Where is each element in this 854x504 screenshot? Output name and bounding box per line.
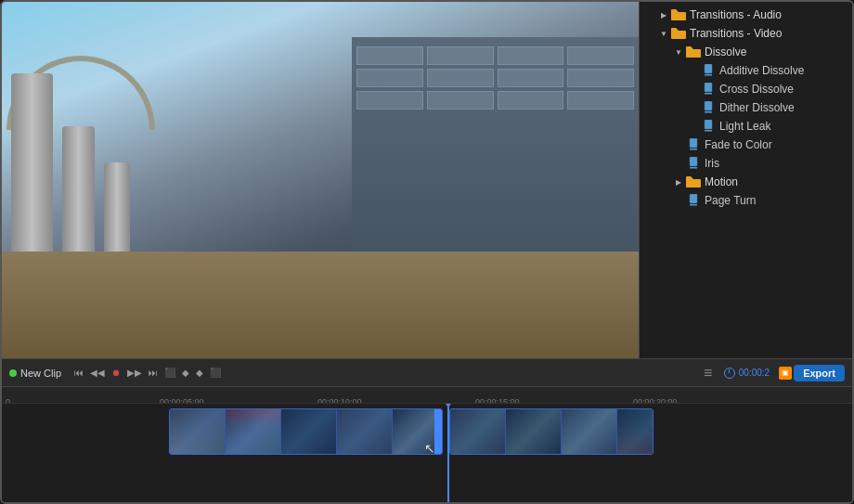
svg-rect-6 xyxy=(705,120,712,129)
effect-doc-icon xyxy=(688,138,701,151)
sidebar-item-label: Page Turn xyxy=(705,194,845,207)
svg-rect-1 xyxy=(705,74,712,76)
ruler-mark-3: 00:00:15:00 xyxy=(475,397,520,405)
export-label: Export xyxy=(803,368,835,379)
sidebar-item-label: Dither Dissolve xyxy=(719,101,845,114)
sidebar-item-light-leak[interactable]: Light Leak xyxy=(640,117,852,136)
svg-rect-4 xyxy=(705,101,712,110)
sidebar-item-label: Fade to Color xyxy=(705,138,845,151)
sidebar-item-dissolve[interactable]: ▼ Dissolve xyxy=(640,43,852,61)
window xyxy=(356,46,423,65)
sidebar-item-transitions-video[interactable]: ▼ Transitions - Video xyxy=(640,24,852,43)
clip-left[interactable] xyxy=(169,408,443,455)
effect-doc-icon xyxy=(703,120,716,133)
sidebar-item-cross-dissolve[interactable]: Cross Dissolve xyxy=(640,80,852,98)
sidebar-item-motion[interactable]: ▶ Motion xyxy=(640,173,852,191)
effect-doc-icon xyxy=(688,157,701,170)
ruler-mark-1: 00:00:05:00 xyxy=(160,397,204,405)
svg-rect-2 xyxy=(705,83,712,92)
sidebar-item-fade-to-color[interactable]: Fade to Color xyxy=(640,136,852,154)
svg-rect-7 xyxy=(705,130,712,132)
window xyxy=(498,46,564,65)
export-button[interactable]: Export xyxy=(794,365,845,381)
film-frame xyxy=(617,409,653,454)
expand-arrow-icon: ▼ xyxy=(658,28,669,39)
export-icon: ▣ xyxy=(779,367,792,380)
window xyxy=(427,46,494,65)
record-button[interactable]: ⏺ xyxy=(110,367,123,379)
effect-doc-icon xyxy=(703,64,716,77)
svg-rect-5 xyxy=(705,111,712,113)
record-indicator xyxy=(9,369,17,377)
skip-to-start-button[interactable]: ⏮ xyxy=(72,367,85,379)
svg-rect-3 xyxy=(705,93,712,95)
svg-rect-9 xyxy=(690,149,697,150)
rewind-button[interactable]: ◀◀ xyxy=(88,367,107,379)
main-area: ▶ Transitions - Audio ▼ xyxy=(2,2,852,358)
mark-in-button[interactable]: ◆ xyxy=(180,367,191,379)
effects-list: ▶ Transitions - Audio ▼ xyxy=(640,2,852,358)
preview-area xyxy=(2,2,639,358)
expand-arrow-icon: ▶ xyxy=(673,176,684,187)
film-frame xyxy=(170,409,226,454)
frame-content xyxy=(617,409,653,454)
frame-content xyxy=(170,409,225,454)
sidebar-item-label: Light Leak xyxy=(719,120,845,133)
window xyxy=(356,91,423,110)
svg-rect-10 xyxy=(690,157,697,166)
clock-icon xyxy=(724,368,735,379)
film-frame xyxy=(450,409,506,454)
folder-icon xyxy=(686,176,701,187)
frame-content xyxy=(226,409,280,454)
window xyxy=(498,69,564,87)
transition-indicator xyxy=(434,409,442,454)
timecode-display: 00:00:2 xyxy=(724,368,770,379)
sidebar-item-transitions-audio[interactable]: ▶ Transitions - Audio xyxy=(640,6,852,24)
sidebar-item-label: Additive Dissolve xyxy=(719,64,845,77)
timeline-ruler: 0 00:00:05:00 00:00:10:00 00:00:15:00 00… xyxy=(2,387,852,404)
sidebar-item-additive-dissolve[interactable]: Additive Dissolve xyxy=(640,61,852,80)
clip-button[interactable]: ⬛ xyxy=(208,367,223,379)
expand-arrow-icon: ▼ xyxy=(673,46,684,58)
film-frame xyxy=(506,409,562,454)
new-clip-button[interactable]: New Clip xyxy=(9,368,61,379)
sidebar-item-label: Transitions - Video xyxy=(690,27,845,40)
clip-right[interactable] xyxy=(449,408,653,455)
svg-rect-13 xyxy=(690,204,697,206)
film-frame xyxy=(281,409,337,454)
sidebar-item-label: Iris xyxy=(705,157,845,170)
filmstrip-left xyxy=(170,409,442,454)
film-frame xyxy=(337,409,393,454)
film-frame xyxy=(226,409,281,454)
film-frame xyxy=(562,409,617,454)
ruler-mark-4: 00:00:20:00 xyxy=(633,397,678,405)
effect-doc-icon xyxy=(688,194,701,207)
mark-out-button[interactable]: ◆ xyxy=(194,367,205,379)
sidebar-item-dither-dissolve[interactable]: Dither Dissolve xyxy=(640,98,852,117)
sidebar-item-label: Cross Dissolve xyxy=(719,83,845,96)
sidebar-item-label: Dissolve xyxy=(705,45,845,58)
cursor-indicator: ↖ xyxy=(424,441,435,456)
fast-forward-button[interactable]: ▶▶ xyxy=(125,367,144,379)
window xyxy=(427,69,494,87)
window xyxy=(567,69,634,87)
sidebar-item-label: Transitions - Audio xyxy=(690,8,845,21)
window xyxy=(427,91,494,110)
skip-to-end-button[interactable]: ⏭ xyxy=(147,367,160,379)
stop-button[interactable]: ⬛ xyxy=(162,367,177,379)
app-container: ▶ Transitions - Audio ▼ xyxy=(0,0,854,504)
filmstrip-right xyxy=(450,409,653,454)
sidebar-item-iris[interactable]: Iris xyxy=(640,154,852,173)
timeline-menu-icon[interactable]: ≡ xyxy=(704,365,712,381)
folder-icon xyxy=(671,28,686,39)
sidebar-item-label: Motion xyxy=(705,175,845,188)
svg-rect-8 xyxy=(690,138,697,148)
effect-doc-icon xyxy=(703,83,716,96)
ground-platform xyxy=(2,252,639,358)
expand-arrow-icon: ▶ xyxy=(658,9,669,20)
sidebar-item-page-turn[interactable]: Page Turn xyxy=(640,191,852,210)
building-windows xyxy=(356,46,634,110)
timeline-area: New Clip ⏮ ◀◀ ⏺ ▶▶ ⏭ ⬛ ◆ ◆ ⬛ ≡ 00:00:2 xyxy=(2,358,852,502)
playhead[interactable] xyxy=(447,404,449,502)
timeline-tracks: ↖ xyxy=(2,404,852,502)
